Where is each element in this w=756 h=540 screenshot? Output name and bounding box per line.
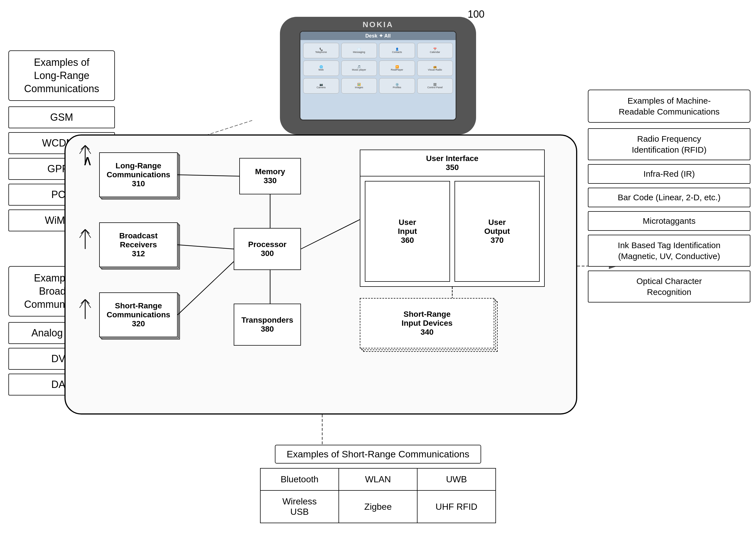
broadcast-receivers-label: Broadcast Receivers312 — [102, 231, 175, 258]
svg-line-18 — [85, 145, 91, 154]
diagram-container: 100 NOKIA Desk ✦ All 📞Telephone ✉️Messag… — [0, 0, 756, 540]
right-column: Examples of Machine-Readable Communicati… — [588, 90, 750, 307]
memory-box: Memory330 — [239, 158, 301, 195]
short-range-row-2: Wireless USB Zigbee UHF RFID — [260, 490, 496, 523]
main-block: ∧ — [65, 134, 577, 415]
short-range-uwb: UWB — [417, 468, 496, 490]
long-range-comm-label: Long-RangeCommunications310 — [106, 161, 170, 188]
screen-icon-telephone: 📞Telephone — [303, 43, 339, 58]
nokia-brand: NOKIA — [363, 20, 393, 29]
short-range-bluetooth: Bluetooth — [260, 468, 339, 490]
long-range-section-label: Examples ofLong-RangeCommunications — [8, 51, 115, 101]
short-range-uhf-rfid: UHF RFID — [417, 490, 496, 523]
transponders-box: Transponders380 — [234, 304, 301, 345]
screen-icon-realplayer: ▶️RealPlayer — [379, 61, 415, 76]
right-item-rfid: Radio FrequencyIdentification (RFID) — [588, 128, 750, 160]
short-range-title: Examples of Short-Range Communications — [275, 445, 481, 464]
device-container: 100 NOKIA Desk ✦ All 📞Telephone ✉️Messag… — [280, 6, 476, 134]
screen-icon-images: 🖼️Images — [341, 78, 377, 93]
screen-title: Desk ✦ All — [366, 33, 390, 39]
screen-top-bar: Desk ✦ All — [300, 32, 456, 40]
screen-icon-music: 🎵Music player — [341, 61, 377, 76]
svg-line-31 — [178, 262, 234, 315]
machine-readable-section-label: Examples of Machine-Readable Communicati… — [588, 90, 750, 123]
antenna-broadcast-symbol — [78, 228, 92, 251]
screen-icon-grid: 📞Telephone ✉️Messaging 👤Contacts 📅Calend… — [300, 40, 456, 96]
short-range-wlan: WLAN — [339, 468, 417, 490]
right-item-ocr: Optical CharacterRecognition — [588, 271, 750, 303]
short-range-comm-label: Short-RangeCommunications320 — [106, 301, 170, 328]
user-interface-box: User Interface350 UserInput360 UserOutpu… — [360, 150, 545, 287]
screen-icon-calendar: 📅Calendar — [417, 43, 453, 58]
screen-icon-web: 🌐Web — [303, 61, 339, 76]
svg-line-28 — [85, 299, 91, 308]
svg-line-29 — [178, 175, 239, 176]
svg-line-22 — [79, 229, 85, 238]
svg-line-34 — [301, 219, 360, 249]
short-range-row-1: Bluetooth WLAN UWB — [260, 468, 496, 490]
user-interface-label: User Interface350 — [360, 150, 544, 177]
screen-icon-radio: 📻Visual Radio — [417, 61, 453, 76]
short-range-table: Bluetooth WLAN UWB Wireless USB Zigbee U… — [260, 468, 496, 523]
long-range-item-gsm: GSM — [8, 106, 115, 128]
user-output-box: UserOutput370 — [454, 181, 540, 282]
device-label: 100 — [468, 8, 485, 20]
screen-icon-control: 🎛️Control Panel — [417, 78, 453, 93]
right-item-barcode: Bar Code (Linear, 2-D, etc.) — [588, 188, 750, 207]
right-item-inkbased: Ink Based Tag Identification(Magnetic, U… — [588, 235, 750, 267]
short-range-wireless-usb: Wireless USB — [260, 490, 339, 523]
right-item-microtaggants: Microtaggants — [588, 211, 750, 231]
screen-icon-contacts: 👤Contacts — [379, 43, 415, 58]
svg-line-30 — [178, 245, 234, 249]
screen-icon-messaging: ✉️Messaging — [341, 43, 377, 58]
antenna-long-range-symbol — [78, 144, 92, 168]
svg-line-17 — [79, 145, 85, 154]
antenna-short-range-symbol — [78, 298, 92, 322]
processor-box: Processor300 — [234, 228, 301, 270]
bottom-section: Examples of Short-Range Communications B… — [260, 445, 496, 523]
device-screen: Desk ✦ All 📞Telephone ✉️Messaging 👤Conta… — [300, 31, 456, 120]
svg-line-23 — [85, 229, 91, 238]
screen-icon-camera: 📷Camera — [303, 78, 339, 93]
user-input-box: UserInput360 — [365, 181, 450, 282]
screen-icon-profiles: ⚙️Profiles — [379, 78, 415, 93]
device-outer: NOKIA Desk ✦ All 📞Telephone ✉️Messaging … — [280, 17, 476, 134]
svg-line-27 — [79, 299, 85, 308]
short-range-zigbee: Zigbee — [339, 490, 417, 523]
short-range-input-label: Short-RangeInput Devices340 — [401, 310, 453, 337]
right-item-ir: Infra-Red (IR) — [588, 164, 750, 184]
